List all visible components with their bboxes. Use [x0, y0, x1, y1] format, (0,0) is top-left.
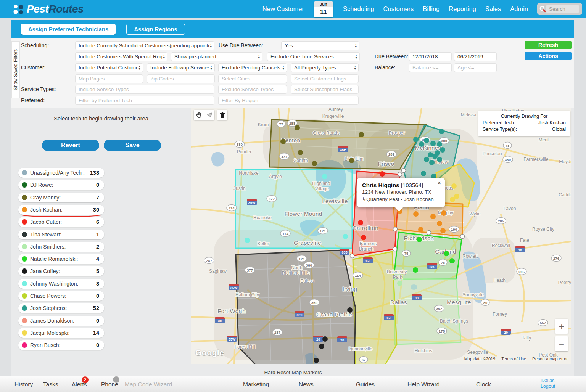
bottom-bar-clock[interactable]: Clock — [476, 376, 491, 392]
zoom-out-button[interactable]: − — [555, 336, 568, 351]
customer-dot[interactable] — [418, 227, 423, 232]
customer-dot[interactable] — [421, 171, 426, 176]
customer-dot[interactable] — [397, 281, 402, 286]
pre-planned-select[interactable]: Show pre-planned▲▼ — [171, 52, 262, 61]
customer-dot[interactable] — [347, 307, 353, 313]
customer-dot[interactable] — [430, 214, 436, 219]
customer-dot[interactable] — [245, 238, 250, 243]
actions-button[interactable]: Actions — [525, 52, 572, 60]
terms-of-use-link[interactable]: Terms of Use — [501, 357, 526, 361]
revert-button[interactable]: Revert — [42, 140, 99, 151]
one-time-services-select[interactable]: Exclude One Time Services▲▼ — [267, 52, 360, 61]
customer-dot[interactable] — [440, 228, 446, 233]
customer-dot[interactable] — [424, 138, 429, 143]
customer-dot[interactable] — [437, 221, 442, 226]
balance-input[interactable] — [409, 63, 452, 72]
region-vertex-handle[interactable] — [427, 231, 431, 235]
region-vertex-handle[interactable] — [393, 247, 397, 251]
customer-dot[interactable] — [359, 132, 364, 137]
bottom-bar-guides[interactable]: Guides — [356, 376, 375, 392]
select-cities-input[interactable] — [218, 74, 287, 83]
tech-row-chase-powers[interactable]: Chase Powers:0 — [18, 291, 104, 301]
bottom-bar-help-wizard[interactable]: Help Wizard — [407, 376, 440, 392]
customer-dot[interactable] — [361, 235, 366, 240]
region-vertex-handle[interactable] — [398, 172, 402, 177]
region-johnny-washington[interactable] — [235, 170, 352, 248]
property-types-select[interactable]: All Property Types▲▼ — [291, 63, 359, 72]
bottom-bar-news[interactable]: News — [299, 376, 314, 392]
customer-dot[interactable] — [450, 197, 455, 202]
customer-dot[interactable] — [312, 161, 317, 166]
tech-row-john-smithers[interactable]: John Smithers:2 — [18, 242, 104, 252]
tab-assign-preferred-technicians[interactable]: Assign Preferred Technicians — [21, 24, 116, 35]
customer-dot[interactable] — [380, 171, 385, 177]
pestroutes-logo[interactable]: PestRoutes — [13, 3, 84, 15]
customer-dot[interactable] — [413, 211, 419, 217]
customer-dot[interactable] — [295, 125, 300, 130]
bottom-bar-marketing[interactable]: Marketing — [243, 376, 269, 392]
tab-assign-regions[interactable]: Assign Regions — [126, 24, 185, 35]
use-due-between-select[interactable]: Yes▲▼ — [281, 41, 359, 50]
customer-dot[interactable] — [419, 141, 424, 147]
tech-row-ryan-busch[interactable]: Ryan Busch:0 — [18, 340, 104, 350]
nav-item-scheduling[interactable]: Scheduling — [343, 5, 374, 13]
delete-region-button[interactable] — [217, 110, 227, 120]
customer-dot[interactable] — [319, 344, 324, 349]
potential-customers-select[interactable]: Include Potential Customers▲▼ — [75, 63, 143, 72]
hard-reset-map-markers-link[interactable]: Hard Reset Map Markers — [0, 370, 586, 375]
customer-dot[interactable] — [429, 160, 435, 165]
scheduled-customers-select[interactable]: Include Currently Scheduled Customers(pe… — [75, 41, 214, 50]
tech-row-tina-stewart[interactable]: Tina Stewart:1 — [18, 230, 104, 239]
map-canvas[interactable]: AubreyKrugervilleKrumDentonCross RoadsPr… — [191, 108, 571, 364]
tech-row-natalie-romanofski[interactable]: Natalie Romanofski:4 — [18, 254, 104, 264]
customer-dot[interactable] — [298, 150, 303, 155]
filter-region-input[interactable] — [218, 96, 359, 105]
search-input[interactable] — [546, 5, 579, 13]
tech-row-james-donaldson[interactable]: James Donaldson:0 — [18, 316, 104, 326]
bottom-bar-history[interactable]: History — [14, 376, 33, 392]
customer-dot[interactable] — [413, 267, 418, 273]
exclude-service-types-input[interactable] — [218, 85, 287, 94]
due-start-input[interactable] — [409, 52, 452, 61]
refresh-button[interactable]: Refresh — [525, 41, 572, 49]
nav-item-sales[interactable]: Sales — [485, 5, 501, 13]
popup-close-icon[interactable]: × — [438, 180, 441, 186]
customer-dot[interactable] — [430, 141, 436, 146]
draw-polygon-tool-button[interactable] — [204, 110, 214, 120]
subscription-flags-input[interactable] — [291, 85, 359, 94]
tech-row-jana-coffey[interactable]: Jana Coffey:5 — [18, 266, 104, 276]
nav-item-reporting[interactable]: Reporting — [449, 5, 476, 13]
due-end-input[interactable] — [454, 52, 497, 61]
customer-dot[interactable] — [314, 358, 319, 363]
customer-dot[interactable] — [322, 174, 327, 179]
region-john-smithers[interactable] — [394, 279, 461, 344]
map-pages-input[interactable] — [75, 74, 143, 83]
tech-row-johnny-washington[interactable]: Johnny Washington:8 — [18, 279, 104, 289]
customer-dot[interactable] — [343, 234, 348, 239]
user-session[interactable]: Dallas Logout — [534, 378, 562, 389]
show-saved-filters-tab[interactable]: Show Saved Filters — [11, 41, 20, 98]
region-vertex-handle[interactable] — [350, 254, 354, 258]
customer-dot[interactable] — [437, 157, 442, 162]
customer-dot[interactable] — [439, 129, 444, 134]
tech-row-jacqui-molespki[interactable]: Jacqui Molespki:14 — [18, 328, 104, 338]
customer-dot[interactable] — [280, 139, 286, 144]
customer-dot[interactable] — [449, 258, 455, 263]
age-input[interactable] — [454, 63, 497, 72]
bottom-bar-tasks[interactable]: Tasks — [43, 376, 58, 392]
special-requests-select[interactable]: Include Customers With Special Reques▲▼ — [75, 52, 167, 61]
include-service-types-input[interactable] — [75, 85, 214, 94]
customer-dot[interactable] — [413, 137, 419, 142]
tech-row-josh-kochan[interactable]: Josh Kochan:30 — [18, 205, 104, 215]
region-vertex-handle[interactable] — [402, 169, 406, 173]
customer-flags-input[interactable] — [291, 74, 359, 83]
tech-row-dj-rowe[interactable]: DJ Rowe:0 — [18, 180, 104, 190]
tech-row-gray-manny[interactable]: Gray Manny:7 — [18, 193, 104, 202]
customer-dot[interactable] — [440, 147, 445, 153]
customer-dot[interactable] — [358, 220, 363, 225]
customer-dot[interactable] — [441, 210, 446, 216]
region-vertex-handle[interactable] — [460, 235, 465, 239]
filter-preferred-tech-input[interactable] — [75, 96, 214, 105]
customer-dot[interactable] — [451, 183, 457, 189]
customer-dot[interactable] — [417, 237, 422, 242]
